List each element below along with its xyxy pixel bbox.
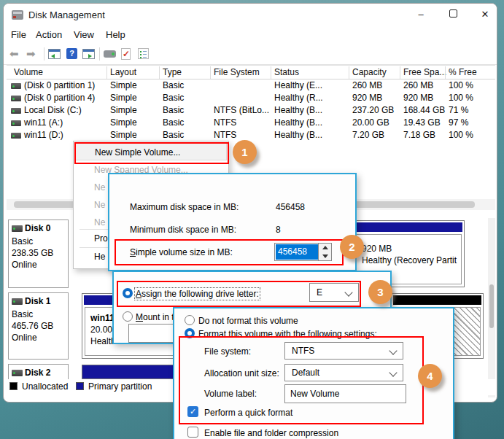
maximize-button[interactable] [438, 5, 468, 24]
disk1-info-card[interactable]: Disk 1 Basic 465.76 GB Online [8, 292, 69, 360]
primary-partition-swatch [76, 382, 84, 390]
cell-layout: Simple [110, 130, 137, 140]
cell-volume: (Disk 0 partition 1) [24, 80, 95, 90]
spinner-down-icon[interactable] [319, 252, 331, 261]
close-button[interactable]: ✕ [470, 5, 497, 24]
table-row[interactable]: win11 (D:) Simple Basic NTFS Healthy (B.… [7, 129, 495, 141]
vertical-scrollbar[interactable] [488, 218, 495, 397]
legend-primary-partition: Primary partition [88, 381, 152, 392]
cell-free-space: 260 MB [403, 80, 433, 90]
column-header-layout[interactable]: Layout [110, 67, 136, 77]
vertical-scrollbar-thumb[interactable] [489, 284, 494, 328]
disk0-name: Disk 0 [25, 223, 50, 233]
chevron-down-icon [389, 346, 397, 354]
volume-size-value[interactable]: 456458 [276, 244, 320, 260]
toolbar-separator [44, 47, 44, 61]
volume-label-field[interactable]: New Volume [284, 384, 406, 403]
volume-icon [11, 83, 21, 89]
allocation-unit-size-label: Allocation unit size: [204, 368, 279, 378]
step-1-badge: 1 [233, 140, 257, 164]
file-system-value: NTFS [292, 346, 314, 356]
cell-pct-free: 97 % [449, 117, 468, 128]
spacer [63, 47, 64, 61]
menu-item-new-simple-volume[interactable]: New Simple Volume... [75, 143, 227, 160]
cell-file-system: NTFS [214, 117, 236, 128]
cell-type: Basic [163, 117, 184, 128]
cell-status: Healthy (R... [274, 93, 323, 103]
menu-action[interactable]: Action [36, 29, 62, 40]
volume-label-value: New Volume [290, 389, 339, 399]
cell-status: Healthy (B... [274, 130, 322, 140]
compression-checkbox[interactable] [187, 427, 198, 438]
console-window-icon[interactable] [82, 49, 95, 59]
console-tree-icon[interactable] [48, 49, 61, 59]
cell-file-system: NTFS (BitLo... [214, 105, 269, 115]
device-icon[interactable] [104, 50, 116, 58]
table-row[interactable]: win11 (A:) Simple Basic NTFS Healthy (B.… [7, 117, 495, 129]
cell-capacity: 20.00 GB [352, 117, 389, 128]
table-row[interactable]: Local Disk (C:) Simple Basic NTFS (BitLo… [7, 104, 495, 117]
min-disk-space-label: Minimum disk space in MB: [130, 225, 236, 235]
max-disk-space-value: 456458 [276, 202, 305, 212]
partition-status: Healthy (Recovery Partit [362, 255, 457, 265]
volume-icon [11, 108, 21, 114]
format-volume-radio[interactable] [185, 328, 195, 338]
cell-type: Basic [163, 105, 184, 115]
cell-free-space: 920 MB [403, 93, 433, 103]
cell-layout: Simple [110, 80, 137, 90]
step-3-badge: 3 [368, 280, 392, 304]
cell-file-system: NTFS [214, 130, 236, 140]
disk0-size: 238.35 GB [12, 248, 53, 258]
cell-free-space: 19.43 GB [403, 117, 441, 128]
check-document-icon[interactable] [121, 48, 131, 60]
cell-free-space: 7.18 GB [403, 130, 435, 140]
column-header-file-system[interactable]: File System [214, 67, 260, 77]
column-header-free-space[interactable]: Free Spa... [403, 67, 446, 77]
forward-icon[interactable]: ➡ [26, 48, 36, 60]
help-icon[interactable]: ? [66, 48, 77, 59]
cell-status: Healthy (E... [274, 80, 322, 90]
column-header-type[interactable]: Type [163, 67, 182, 77]
mount-folder-radio[interactable] [123, 311, 133, 322]
disk2-info-card[interactable]: Disk 2 [8, 364, 69, 379]
menu-file[interactable]: File [11, 29, 26, 40]
menubar: File Action View Help [4, 27, 497, 44]
menu-view[interactable]: View [74, 29, 94, 40]
cell-pct-free: 100 % [449, 80, 473, 90]
column-header-pct-free[interactable]: % Free [449, 67, 477, 77]
cell-capacity: 237.20 GB [352, 105, 394, 115]
menu-help[interactable]: Help [106, 29, 125, 40]
disk0-info-card[interactable]: Disk 0 Basic 238.35 GB Online [8, 219, 69, 288]
volume-size-spinner[interactable]: 456458 [274, 243, 332, 261]
back-icon[interactable]: ⬅ [9, 48, 19, 60]
table-row[interactable]: (Disk 0 partition 4) Simple Basic Health… [7, 92, 495, 104]
assign-drive-letter-label[interactable]: Assign the following drive letter: [136, 289, 259, 299]
cell-capacity: 260 MB [352, 80, 382, 90]
column-header-status[interactable]: Status [274, 67, 299, 77]
allocation-unit-size-dropdown[interactable]: Default [284, 364, 403, 381]
disk0-status: Online [12, 260, 37, 270]
cell-capacity: 920 MB [352, 93, 382, 103]
table-row[interactable]: (Disk 0 partition 1) Simple Basic Health… [7, 79, 495, 92]
unallocated-swatch [9, 382, 18, 390]
cell-status: Healthy (B... [274, 117, 322, 128]
specify-volume-size-dialog: Maximum disk space in MB: 456458 Minimum… [108, 173, 357, 271]
column-header-capacity[interactable]: Capacity [352, 67, 387, 77]
cell-volume: win11 (A:) [24, 117, 63, 128]
checklist-icon[interactable] [138, 48, 149, 59]
titlebar[interactable]: Disk Management – ✕ [4, 4, 497, 27]
disk-icon [12, 370, 23, 376]
file-system-dropdown[interactable]: NTFS [284, 342, 403, 360]
cell-pct-free: 71 % [449, 105, 468, 115]
step-4-badge: 4 [418, 364, 442, 388]
cell-capacity: 7.20 GB [352, 130, 384, 140]
minimize-button[interactable]: – [406, 5, 435, 24]
do-not-format-radio[interactable] [185, 315, 195, 325]
cell-type: Basic [163, 80, 184, 90]
disk-icon [12, 225, 23, 232]
disk0-type: Basic [12, 236, 33, 246]
column-header-volume[interactable]: Volume [14, 67, 43, 77]
assign-drive-letter-radio[interactable] [123, 288, 133, 298]
drive-letter-dropdown[interactable]: E [309, 283, 359, 302]
quick-format-checkbox[interactable]: ✓ [187, 406, 198, 417]
